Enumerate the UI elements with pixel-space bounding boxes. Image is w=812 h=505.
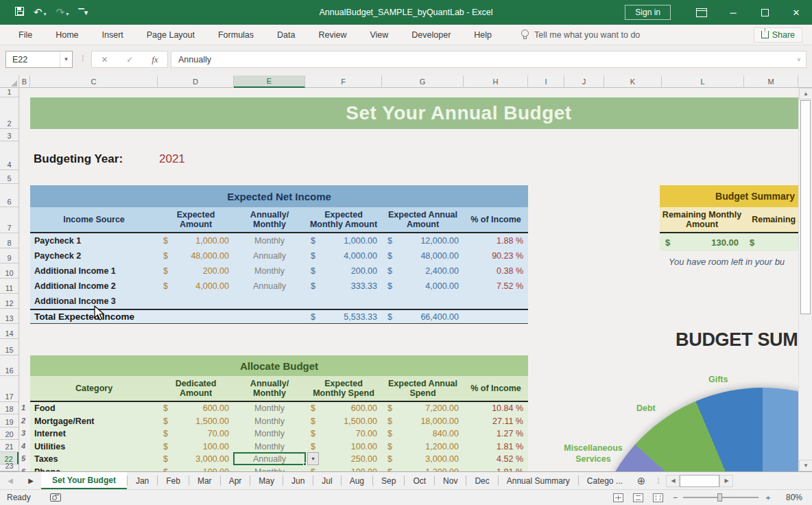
horizontal-scroll-thumb[interactable] xyxy=(680,475,719,487)
cell-money[interactable]: $1,200.00 xyxy=(382,466,464,472)
allocate-frequency[interactable]: Monthly xyxy=(234,441,305,454)
confirm-entry-icon[interactable]: ✓ xyxy=(126,55,133,64)
allocate-row[interactable]: Internet3$70.00Monthly$70.00$840.001.27 … xyxy=(30,427,528,441)
row-header-9[interactable]: 9 xyxy=(0,248,19,263)
allocate-row[interactable]: Utilities4$100.00Monthly$100.00$1,200.00… xyxy=(30,441,528,454)
insert-function-icon[interactable]: fx xyxy=(152,54,158,65)
minimize-button[interactable]: ─ xyxy=(717,0,749,25)
zoom-level[interactable]: 80% xyxy=(782,493,802,502)
row-header-23[interactable]: 23 xyxy=(0,465,19,471)
income-row[interactable]: Paycheck 1$1,000.00Monthly$1,000.00$12,0… xyxy=(30,233,528,248)
income-frequency[interactable]: Monthly xyxy=(234,233,305,248)
row-header-17[interactable]: 17 xyxy=(0,376,19,402)
sheet-tab-jun[interactable]: Jun xyxy=(283,472,313,489)
cell-dropdown-button[interactable]: ▼ xyxy=(307,452,319,465)
share-button[interactable]: Share xyxy=(754,27,802,43)
row-header-8[interactable]: 8 xyxy=(0,233,19,248)
cell-money[interactable] xyxy=(158,294,234,309)
sign-in-button[interactable]: Sign in xyxy=(625,5,671,20)
page-break-view-icon[interactable] xyxy=(653,493,663,502)
cell-money[interactable]: $3,000.00 xyxy=(382,453,464,466)
ribbon-tab-page-layout[interactable]: Page Layout xyxy=(135,25,206,45)
sheet-tab-nov[interactable]: Nov xyxy=(435,472,466,489)
allocate-row[interactable]: Food1$600.00Monthly$600.00$7,200.0010.84… xyxy=(30,402,528,415)
sheet-tab-dec[interactable]: Dec xyxy=(466,472,497,489)
tell-me-box[interactable]: Tell me what you want to do xyxy=(521,30,640,40)
column-header-M[interactable]: M xyxy=(744,75,798,88)
ribbon-tab-review[interactable]: Review xyxy=(307,25,358,45)
row-header-7[interactable]: 7 xyxy=(0,207,19,233)
income-row[interactable]: Additional Income 1$200.00Monthly$200.00… xyxy=(30,263,528,279)
cell-money[interactable]: $100.00 xyxy=(305,441,382,454)
cell-money[interactable] xyxy=(305,294,382,309)
sheet-tab-active[interactable]: Set Your Budget xyxy=(41,472,127,489)
close-button[interactable]: ✕ xyxy=(780,0,812,25)
cell-money[interactable]: $2,400.00 xyxy=(382,263,464,279)
name-box[interactable]: E22 ▼ xyxy=(5,51,73,68)
sheet-tab-catego-[interactable]: Catego ... xyxy=(579,472,631,489)
column-header-G[interactable]: G xyxy=(382,75,464,88)
ribbon-tab-home[interactable]: Home xyxy=(44,25,90,45)
cell-money[interactable]: $1,500.00 xyxy=(158,415,234,428)
tab-bar-splitter[interactable]: ⁞ xyxy=(652,472,665,489)
ribbon-tab-help[interactable]: Help xyxy=(462,25,503,45)
cell-money[interactable]: $1,200.00 xyxy=(382,441,464,454)
zoom-slider[interactable] xyxy=(683,497,759,498)
cell-money[interactable]: $200.00 xyxy=(305,263,382,279)
ribbon-tab-view[interactable]: View xyxy=(358,25,400,45)
cell-money[interactable]: $7,200.00 xyxy=(382,402,464,415)
column-header-L[interactable]: L xyxy=(662,75,744,88)
zoom-out-icon[interactable]: − xyxy=(673,493,678,502)
cell-money[interactable]: $4,000.00 xyxy=(382,279,464,294)
customize-quick-access-icon[interactable]: ▔▾ xyxy=(78,8,88,17)
row-header-19[interactable]: 19 xyxy=(0,414,19,427)
allocate-frequency[interactable]: Monthly xyxy=(234,427,305,441)
scroll-right-icon[interactable]: ▶ xyxy=(719,475,733,487)
cell-money[interactable]: $840.00 xyxy=(382,427,464,441)
cell-money[interactable]: $600.00 xyxy=(305,402,382,415)
allocate-frequency[interactable]: Annually xyxy=(234,453,305,466)
vertical-scrollbar[interactable]: ▲ ▼ xyxy=(798,88,812,471)
income-frequency[interactable] xyxy=(234,294,305,309)
budgeting-year-value[interactable]: 2021 xyxy=(159,152,185,166)
normal-view-icon[interactable] xyxy=(613,493,623,502)
scroll-up-icon[interactable]: ▲ xyxy=(799,88,812,99)
tab-scroll-left-icon[interactable]: ◀ xyxy=(0,472,21,489)
formula-bar-splitter[interactable]: ⁞ xyxy=(82,54,84,63)
cell-money[interactable]: $12,000.00 xyxy=(382,233,464,248)
maximize-button[interactable] xyxy=(749,0,780,25)
undo-icon[interactable]: ↶▾ xyxy=(34,6,47,19)
ribbon-display-options-button[interactable] xyxy=(686,0,717,25)
ribbon-tab-data[interactable]: Data xyxy=(265,25,307,45)
cell-money[interactable]: $333.33 xyxy=(305,279,382,294)
ribbon-tab-insert[interactable]: Insert xyxy=(91,25,135,45)
income-row[interactable]: Additional Income 2$4,000.00Annually$333… xyxy=(30,279,528,294)
cell-money[interactable]: $600.00 xyxy=(158,402,234,415)
row-header-18[interactable]: 18 xyxy=(0,402,19,414)
sheet-tab-sep[interactable]: Sep xyxy=(373,472,404,489)
sheet-tab-apr[interactable]: Apr xyxy=(221,472,250,489)
scroll-down-icon[interactable]: ▼ xyxy=(799,460,812,471)
row-header-2[interactable]: 2 xyxy=(0,97,19,129)
page-layout-view-icon[interactable] xyxy=(633,493,643,502)
sheet-tab-mar[interactable]: Mar xyxy=(189,472,220,489)
cell-money[interactable]: $1,500.00 xyxy=(305,415,382,428)
column-header-F[interactable]: F xyxy=(305,75,382,88)
cell-money[interactable]: $4,000.00 xyxy=(158,279,234,294)
cell-money[interactable]: $100.00 xyxy=(305,466,382,472)
cell-money[interactable]: $70.00 xyxy=(305,427,382,441)
name-box-dropdown-icon[interactable]: ▼ xyxy=(60,51,72,67)
cell-money[interactable]: $100.00 xyxy=(158,466,234,472)
income-row[interactable]: Paycheck 2$48,000.00Annually$4,000.00$48… xyxy=(30,248,528,263)
income-frequency[interactable]: Monthly xyxy=(234,263,305,279)
cell-money[interactable]: $70.00 xyxy=(158,427,234,441)
column-header-D[interactable]: D xyxy=(158,75,234,88)
row-header-20[interactable]: 20 xyxy=(0,427,19,440)
row-header-1[interactable]: 1 xyxy=(0,88,19,97)
sheet-canvas[interactable]: Set Your Annual Budget Budgeting Year: 2… xyxy=(19,88,798,471)
row-header-15[interactable]: 15 xyxy=(0,339,19,355)
sheet-tab-jul[interactable]: Jul xyxy=(313,472,340,489)
select-all-corner[interactable] xyxy=(0,75,19,88)
macro-record-icon[interactable] xyxy=(50,493,61,502)
remaining-annual-value[interactable]: $1,500.00 xyxy=(744,233,798,251)
